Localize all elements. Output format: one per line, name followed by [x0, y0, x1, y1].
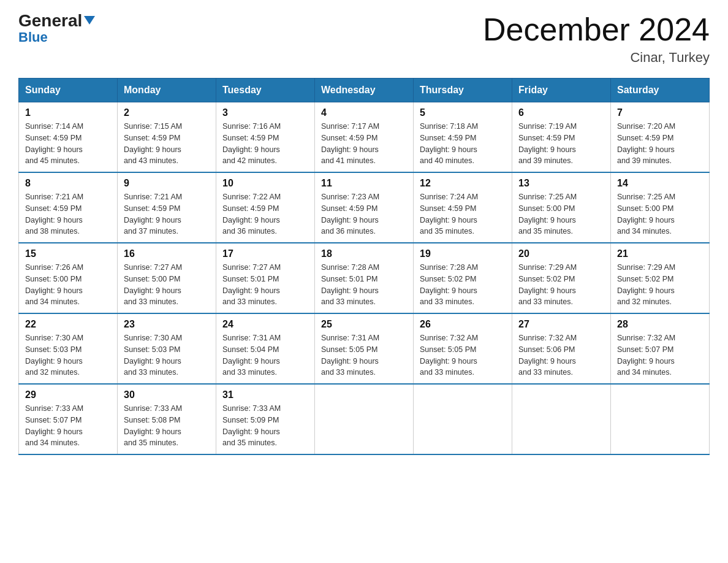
calendar-cell	[315, 384, 414, 454]
header-thursday: Thursday	[414, 79, 512, 102]
calendar-cell	[414, 384, 512, 454]
day-info: Sunrise: 7:18 AMSunset: 4:59 PMDaylight:…	[420, 121, 506, 167]
title-block: December 2024 Cinar, Turkey	[483, 12, 710, 66]
day-info: Sunrise: 7:23 AMSunset: 4:59 PMDaylight:…	[321, 191, 407, 237]
day-info: Sunrise: 7:22 AMSunset: 4:59 PMDaylight:…	[222, 191, 308, 237]
day-info: Sunrise: 7:29 AMSunset: 5:02 PMDaylight:…	[617, 262, 703, 308]
day-number: 15	[25, 248, 111, 259]
day-info: Sunrise: 7:25 AMSunset: 5:00 PMDaylight:…	[617, 191, 703, 237]
calendar-cell: 3Sunrise: 7:16 AMSunset: 4:59 PMDaylight…	[216, 102, 315, 173]
day-number: 27	[518, 319, 604, 330]
header-sunday: Sunday	[19, 79, 118, 102]
day-number: 19	[420, 248, 506, 259]
calendar-week-row: 15Sunrise: 7:26 AMSunset: 5:00 PMDayligh…	[19, 243, 710, 313]
calendar-cell: 25Sunrise: 7:31 AMSunset: 5:05 PMDayligh…	[315, 313, 414, 384]
calendar-cell: 19Sunrise: 7:28 AMSunset: 5:02 PMDayligh…	[414, 243, 512, 313]
day-info: Sunrise: 7:21 AMSunset: 4:59 PMDaylight:…	[124, 191, 210, 237]
day-info: Sunrise: 7:33 AMSunset: 5:07 PMDaylight:…	[25, 403, 111, 449]
day-info: Sunrise: 7:24 AMSunset: 4:59 PMDaylight:…	[420, 191, 506, 237]
day-info: Sunrise: 7:17 AMSunset: 4:59 PMDaylight:…	[321, 121, 407, 167]
day-number: 30	[124, 389, 210, 400]
calendar-table: SundayMondayTuesdayWednesdayThursdayFrid…	[18, 78, 710, 455]
calendar-cell: 14Sunrise: 7:25 AMSunset: 5:00 PMDayligh…	[611, 172, 710, 243]
logo: General Blue	[18, 12, 95, 44]
day-info: Sunrise: 7:31 AMSunset: 5:05 PMDaylight:…	[321, 332, 407, 378]
calendar-week-row: 29Sunrise: 7:33 AMSunset: 5:07 PMDayligh…	[19, 384, 710, 454]
day-info: Sunrise: 7:32 AMSunset: 5:06 PMDaylight:…	[518, 332, 604, 378]
calendar-week-row: 1Sunrise: 7:14 AMSunset: 4:59 PMDaylight…	[19, 102, 710, 173]
day-number: 4	[321, 107, 407, 118]
calendar-cell: 4Sunrise: 7:17 AMSunset: 4:59 PMDaylight…	[315, 102, 414, 173]
day-number: 16	[124, 248, 210, 259]
calendar-cell: 22Sunrise: 7:30 AMSunset: 5:03 PMDayligh…	[19, 313, 118, 384]
day-number: 22	[25, 319, 111, 330]
day-info: Sunrise: 7:28 AMSunset: 5:01 PMDaylight:…	[321, 262, 407, 308]
day-info: Sunrise: 7:33 AMSunset: 5:08 PMDaylight:…	[124, 403, 210, 449]
day-number: 17	[222, 248, 308, 259]
calendar-cell	[611, 384, 710, 454]
day-number: 26	[420, 319, 506, 330]
calendar-cell: 18Sunrise: 7:28 AMSunset: 5:01 PMDayligh…	[315, 243, 414, 313]
calendar-cell: 20Sunrise: 7:29 AMSunset: 5:02 PMDayligh…	[512, 243, 611, 313]
month-title: December 2024	[483, 12, 710, 47]
calendar-cell: 27Sunrise: 7:32 AMSunset: 5:06 PMDayligh…	[512, 313, 611, 384]
calendar-cell: 31Sunrise: 7:33 AMSunset: 5:09 PMDayligh…	[216, 384, 315, 454]
day-number: 25	[321, 319, 407, 330]
header-tuesday: Tuesday	[216, 79, 315, 102]
day-number: 28	[617, 319, 703, 330]
day-number: 29	[25, 389, 111, 400]
calendar-cell: 23Sunrise: 7:30 AMSunset: 5:03 PMDayligh…	[118, 313, 216, 384]
day-info: Sunrise: 7:30 AMSunset: 5:03 PMDaylight:…	[25, 332, 111, 378]
day-info: Sunrise: 7:30 AMSunset: 5:03 PMDaylight:…	[124, 332, 210, 378]
calendar-cell	[512, 384, 611, 454]
day-info: Sunrise: 7:14 AMSunset: 4:59 PMDaylight:…	[25, 121, 111, 167]
calendar-cell: 9Sunrise: 7:21 AMSunset: 4:59 PMDaylight…	[118, 172, 216, 243]
day-number: 14	[617, 178, 703, 189]
day-number: 12	[420, 178, 506, 189]
day-number: 8	[25, 178, 111, 189]
page-header: General Blue December 2024 Cinar, Turkey	[18, 12, 710, 66]
day-number: 11	[321, 178, 407, 189]
calendar-header-row: SundayMondayTuesdayWednesdayThursdayFrid…	[19, 79, 710, 102]
day-number: 7	[617, 107, 703, 118]
calendar-cell: 30Sunrise: 7:33 AMSunset: 5:08 PMDayligh…	[118, 384, 216, 454]
header-wednesday: Wednesday	[315, 79, 414, 102]
day-number: 10	[222, 178, 308, 189]
calendar-cell: 17Sunrise: 7:27 AMSunset: 5:01 PMDayligh…	[216, 243, 315, 313]
calendar-cell: 1Sunrise: 7:14 AMSunset: 4:59 PMDaylight…	[19, 102, 118, 173]
day-info: Sunrise: 7:33 AMSunset: 5:09 PMDaylight:…	[222, 403, 308, 449]
day-number: 23	[124, 319, 210, 330]
day-info: Sunrise: 7:20 AMSunset: 4:59 PMDaylight:…	[617, 121, 703, 167]
day-info: Sunrise: 7:32 AMSunset: 5:07 PMDaylight:…	[617, 332, 703, 378]
day-number: 5	[420, 107, 506, 118]
calendar-cell: 11Sunrise: 7:23 AMSunset: 4:59 PMDayligh…	[315, 172, 414, 243]
day-info: Sunrise: 7:27 AMSunset: 5:01 PMDaylight:…	[222, 262, 308, 308]
day-number: 6	[518, 107, 604, 118]
calendar-cell: 2Sunrise: 7:15 AMSunset: 4:59 PMDaylight…	[118, 102, 216, 173]
day-info: Sunrise: 7:19 AMSunset: 4:59 PMDaylight:…	[518, 121, 604, 167]
calendar-week-row: 8Sunrise: 7:21 AMSunset: 4:59 PMDaylight…	[19, 172, 710, 243]
calendar-cell: 6Sunrise: 7:19 AMSunset: 4:59 PMDaylight…	[512, 102, 611, 173]
calendar-cell: 8Sunrise: 7:21 AMSunset: 4:59 PMDaylight…	[19, 172, 118, 243]
calendar-cell: 29Sunrise: 7:33 AMSunset: 5:07 PMDayligh…	[19, 384, 118, 454]
day-info: Sunrise: 7:28 AMSunset: 5:02 PMDaylight:…	[420, 262, 506, 308]
day-number: 24	[222, 319, 308, 330]
calendar-cell: 7Sunrise: 7:20 AMSunset: 4:59 PMDaylight…	[611, 102, 710, 173]
day-info: Sunrise: 7:31 AMSunset: 5:04 PMDaylight:…	[222, 332, 308, 378]
day-number: 13	[518, 178, 604, 189]
calendar-cell: 26Sunrise: 7:32 AMSunset: 5:05 PMDayligh…	[414, 313, 512, 384]
calendar-cell: 16Sunrise: 7:27 AMSunset: 5:00 PMDayligh…	[118, 243, 216, 313]
day-number: 31	[222, 389, 308, 400]
day-info: Sunrise: 7:25 AMSunset: 5:00 PMDaylight:…	[518, 191, 604, 237]
calendar-cell: 5Sunrise: 7:18 AMSunset: 4:59 PMDaylight…	[414, 102, 512, 173]
header-monday: Monday	[118, 79, 216, 102]
calendar-cell: 10Sunrise: 7:22 AMSunset: 4:59 PMDayligh…	[216, 172, 315, 243]
calendar-cell: 12Sunrise: 7:24 AMSunset: 4:59 PMDayligh…	[414, 172, 512, 243]
day-info: Sunrise: 7:15 AMSunset: 4:59 PMDaylight:…	[124, 121, 210, 167]
day-info: Sunrise: 7:26 AMSunset: 5:00 PMDaylight:…	[25, 262, 111, 308]
header-friday: Friday	[512, 79, 611, 102]
day-number: 1	[25, 107, 111, 118]
calendar-cell: 21Sunrise: 7:29 AMSunset: 5:02 PMDayligh…	[611, 243, 710, 313]
logo-blue-text: Blue	[18, 31, 48, 44]
day-info: Sunrise: 7:27 AMSunset: 5:00 PMDaylight:…	[124, 262, 210, 308]
